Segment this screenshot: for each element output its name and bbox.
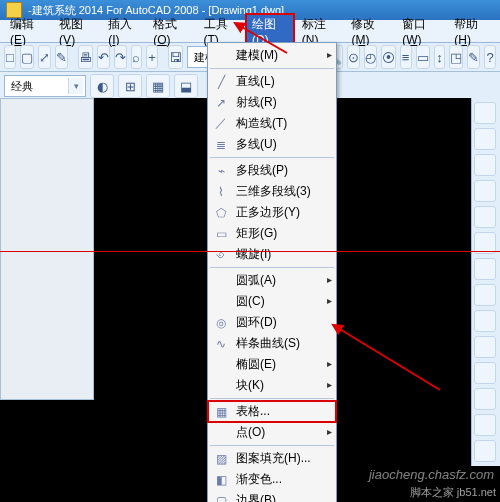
right-toolbar-button[interactable] xyxy=(474,232,496,254)
menu-item-icon: ◎ xyxy=(212,315,230,331)
menu-separator xyxy=(210,157,334,158)
menu-w[interactable]: 窗口(W) xyxy=(396,14,446,49)
toolbar-button[interactable]: 🖶 xyxy=(78,45,93,69)
menu-item[interactable]: 圆(C)▸ xyxy=(208,291,336,312)
menu-item-label: 构造线(T) xyxy=(236,115,287,132)
menu-item[interactable]: ⬠正多边形(Y) xyxy=(208,202,336,223)
menu-v[interactable]: 视图(V) xyxy=(53,14,100,49)
menu-e[interactable]: 编辑(E) xyxy=(4,14,51,49)
right-toolbar-button[interactable] xyxy=(474,310,496,332)
menu-item[interactable]: ꩜螺旋(I) xyxy=(208,244,336,265)
toolbar-button[interactable]: ⊙ xyxy=(347,45,360,69)
menu-item[interactable]: ↗射线(R) xyxy=(208,92,336,113)
menu-item-label: 三维多段线(3) xyxy=(236,183,311,200)
menu-item-icon: ∿ xyxy=(212,336,230,352)
menu-item[interactable]: 块(K)▸ xyxy=(208,375,336,396)
tool-palette[interactable] xyxy=(0,98,94,400)
toolbar-button[interactable]: ⌕ xyxy=(131,45,143,69)
menu-item-icon: ↗ xyxy=(212,95,230,111)
submenu-arrow-icon: ▸ xyxy=(327,49,332,60)
menu-item-icon: ◧ xyxy=(212,472,230,488)
menu-item-label: 边界(B)... xyxy=(236,492,286,502)
toolbar-right xyxy=(471,98,500,466)
right-toolbar-button[interactable] xyxy=(474,102,496,124)
menu-item-icon: ⬠ xyxy=(212,205,230,221)
toolbar-button[interactable]: ◳ xyxy=(449,45,463,69)
menu-m[interactable]: 修改(M) xyxy=(345,14,394,49)
right-toolbar-button[interactable] xyxy=(474,362,496,384)
layer-button[interactable]: ⊞ xyxy=(118,74,142,98)
menu-item-icon xyxy=(212,294,230,310)
menu-item-label: 块(K) xyxy=(236,377,264,394)
toolbar-button[interactable]: ▭ xyxy=(416,45,430,69)
toolbar-button[interactable]: ⦿ xyxy=(381,45,396,69)
menu-item[interactable]: ⌁多段线(P) xyxy=(208,160,336,181)
menu-item[interactable]: ▦表格... xyxy=(208,401,336,422)
menu-item[interactable]: ≣多线(U) xyxy=(208,134,336,155)
menu-item-icon xyxy=(212,425,230,441)
right-toolbar-button[interactable] xyxy=(474,206,496,228)
toolbar-button[interactable]: ↶ xyxy=(97,45,110,69)
right-toolbar-button[interactable] xyxy=(474,258,496,280)
toolbar-button[interactable]: ✎ xyxy=(467,45,480,69)
toolbar-button[interactable]: + xyxy=(146,45,158,69)
menu-item-icon: ⌁ xyxy=(212,163,230,179)
menu-item[interactable]: ⌇三维多段线(3) xyxy=(208,181,336,202)
menu-i[interactable]: 插入(I) xyxy=(102,14,145,49)
toolbar-button[interactable]: 🖫 xyxy=(168,45,183,69)
menu-item-icon: ꩜ xyxy=(212,247,230,263)
layer-button[interactable]: ▦ xyxy=(146,74,170,98)
menu-item[interactable]: ▨图案填充(H)... xyxy=(208,448,336,469)
right-toolbar-button[interactable] xyxy=(474,388,496,410)
workspace-combo[interactable]: 经典 ▾ xyxy=(4,75,86,97)
menu-item[interactable]: ∿样条曲线(S) xyxy=(208,333,336,354)
menu-item[interactable]: 椭圆(E)▸ xyxy=(208,354,336,375)
menu-h[interactable]: 帮助(H) xyxy=(448,14,496,49)
toolbar-button[interactable]: ↕ xyxy=(434,45,446,69)
right-toolbar-button[interactable] xyxy=(474,284,496,306)
toolbar-button[interactable]: ⤢ xyxy=(38,45,51,69)
menu-item-icon xyxy=(212,378,230,394)
menu-o[interactable]: 格式(O) xyxy=(147,14,195,49)
toolbar-button[interactable]: ▢ xyxy=(20,45,34,69)
right-toolbar-button[interactable] xyxy=(474,440,496,462)
toolbar-button[interactable]: ↷ xyxy=(114,45,127,69)
right-toolbar-button[interactable] xyxy=(474,128,496,150)
menu-item[interactable]: 点(O)▸ xyxy=(208,422,336,443)
toolbar-button[interactable]: ◴ xyxy=(364,45,377,69)
menu-item[interactable]: ╱直线(L) xyxy=(208,71,336,92)
toolbar-button[interactable]: □ xyxy=(4,45,16,69)
layer-button[interactable]: ⬓ xyxy=(174,74,198,98)
menu-item-label: 样条曲线(S) xyxy=(236,335,300,352)
toolbar-button[interactable]: ≡ xyxy=(400,45,412,69)
menu-item[interactable]: 圆弧(A)▸ xyxy=(208,270,336,291)
menu-item[interactable]: ◧渐变色... xyxy=(208,469,336,490)
menu-item-label: 圆环(D) xyxy=(236,314,277,331)
layer-button[interactable]: ◐ xyxy=(90,74,114,98)
menu-item-icon: ▦ xyxy=(212,404,230,420)
menu-item-label: 图案填充(H)... xyxy=(236,450,311,467)
menu-item-icon xyxy=(212,357,230,373)
menu-item[interactable]: 建模(M)▸ xyxy=(208,45,336,66)
menu-item[interactable]: ◎圆环(D) xyxy=(208,312,336,333)
toolbar-button[interactable]: ✎ xyxy=(55,45,68,69)
menu-item[interactable]: ／构造线(T) xyxy=(208,113,336,134)
right-toolbar-button[interactable] xyxy=(474,154,496,176)
menu-item-label: 矩形(G) xyxy=(236,225,277,242)
menu-item-label: 表格... xyxy=(236,403,270,420)
menu-item[interactable]: ▭矩形(G) xyxy=(208,223,336,244)
right-toolbar-button[interactable] xyxy=(474,336,496,358)
menu-item-icon: ╱ xyxy=(212,74,230,90)
right-toolbar-button[interactable] xyxy=(474,414,496,436)
menu-item-label: 椭圆(E) xyxy=(236,356,276,373)
menu-item-label: 渐变色... xyxy=(236,471,282,488)
right-toolbar-button[interactable] xyxy=(474,180,496,202)
menu-item-label: 圆弧(A) xyxy=(236,272,276,289)
menu-item-label: 直线(L) xyxy=(236,73,275,90)
toolbar-button[interactable]: ? xyxy=(484,45,496,69)
menu-item-label: 点(O) xyxy=(236,424,265,441)
menu-item-icon: ／ xyxy=(212,116,230,132)
menu-item-icon xyxy=(212,273,230,289)
menu-item[interactable]: ▢边界(B)... xyxy=(208,490,336,502)
draw-menu-dropdown: 建模(M)▸╱直线(L)↗射线(R)／构造线(T)≣多线(U)⌁多段线(P)⌇三… xyxy=(207,42,337,502)
